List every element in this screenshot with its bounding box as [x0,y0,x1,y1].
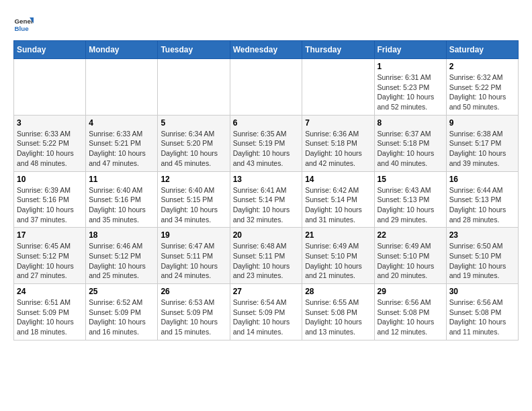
calendar-cell: 22Sunrise: 6:49 AM Sunset: 5:10 PM Dayli… [374,228,446,284]
day-number: 25 [89,287,154,296]
week-row-2: 10Sunrise: 6:39 AM Sunset: 5:16 PM Dayli… [14,171,519,228]
day-info: Sunrise: 6:54 AM Sunset: 5:09 PM Dayligh… [233,298,300,337]
page-header: General Blue [13,13,519,34]
day-info: Sunrise: 6:41 AM Sunset: 5:14 PM Dayligh… [233,185,300,225]
header-monday: Monday [86,41,158,59]
day-number: 8 [378,118,443,128]
calendar-cell: 14Sunrise: 6:42 AM Sunset: 5:14 PM Dayli… [302,171,374,228]
day-info: Sunrise: 6:56 AM Sunset: 5:08 PM Dayligh… [378,298,443,337]
day-info: Sunrise: 6:51 AM Sunset: 5:09 PM Dayligh… [17,298,83,337]
calendar-cell: 8Sunrise: 6:37 AM Sunset: 5:18 PM Daylig… [374,115,446,171]
day-number: 30 [449,287,515,296]
day-info: Sunrise: 6:52 AM Sunset: 5:09 PM Dayligh… [89,298,154,337]
day-number: 27 [233,287,300,296]
calendar-cell: 4Sunrise: 6:33 AM Sunset: 5:21 PM Daylig… [86,115,158,171]
calendar-cell: 18Sunrise: 6:46 AM Sunset: 5:12 PM Dayli… [86,228,158,284]
day-number: 20 [233,230,300,240]
header-friday: Friday [374,41,446,59]
calendar-cell: 17Sunrise: 6:45 AM Sunset: 5:12 PM Dayli… [14,228,86,284]
day-info: Sunrise: 6:35 AM Sunset: 5:19 PM Dayligh… [233,129,300,169]
calendar-cell: 12Sunrise: 6:40 AM Sunset: 5:15 PM Dayli… [158,171,230,228]
calendar-cell: 20Sunrise: 6:48 AM Sunset: 5:11 PM Dayli… [230,228,302,284]
day-number: 1 [378,62,443,71]
calendar-cell [230,59,302,116]
day-number: 10 [17,175,83,184]
day-info: Sunrise: 6:40 AM Sunset: 5:15 PM Dayligh… [161,185,226,225]
day-info: Sunrise: 6:44 AM Sunset: 5:13 PM Dayligh… [449,185,515,225]
calendar-cell: 5Sunrise: 6:34 AM Sunset: 5:20 PM Daylig… [158,115,230,171]
day-info: Sunrise: 6:43 AM Sunset: 5:13 PM Dayligh… [378,185,443,225]
week-row-4: 24Sunrise: 6:51 AM Sunset: 5:09 PM Dayli… [14,284,519,340]
day-number: 5 [161,118,226,128]
day-number: 18 [89,230,154,240]
calendar-header-row: SundayMondayTuesdayWednesdayThursdayFrid… [14,41,519,59]
day-info: Sunrise: 6:36 AM Sunset: 5:18 PM Dayligh… [305,129,371,169]
day-info: Sunrise: 6:37 AM Sunset: 5:18 PM Dayligh… [378,129,443,169]
day-number: 4 [89,118,154,128]
calendar-cell: 6Sunrise: 6:35 AM Sunset: 5:19 PM Daylig… [230,115,302,171]
calendar-cell [14,59,86,116]
day-number: 19 [161,230,226,240]
day-number: 3 [17,118,83,128]
calendar-cell [302,59,374,116]
day-info: Sunrise: 6:32 AM Sunset: 5:22 PM Dayligh… [449,73,515,112]
calendar-cell: 16Sunrise: 6:44 AM Sunset: 5:13 PM Dayli… [446,171,518,228]
day-info: Sunrise: 6:33 AM Sunset: 5:21 PM Dayligh… [89,129,154,169]
day-info: Sunrise: 6:45 AM Sunset: 5:12 PM Dayligh… [17,241,83,281]
day-info: Sunrise: 6:55 AM Sunset: 5:08 PM Dayligh… [305,298,371,337]
day-number: 21 [305,230,371,240]
calendar-cell: 7Sunrise: 6:36 AM Sunset: 5:18 PM Daylig… [302,115,374,171]
calendar-cell: 19Sunrise: 6:47 AM Sunset: 5:11 PM Dayli… [158,228,230,284]
calendar-cell: 3Sunrise: 6:33 AM Sunset: 5:22 PM Daylig… [14,115,86,171]
calendar-cell: 30Sunrise: 6:56 AM Sunset: 5:08 PM Dayli… [446,284,518,340]
day-number: 14 [305,175,371,184]
day-number: 16 [449,175,515,184]
calendar-cell: 24Sunrise: 6:51 AM Sunset: 5:09 PM Dayli… [14,284,86,340]
day-info: Sunrise: 6:40 AM Sunset: 5:16 PM Dayligh… [89,185,154,225]
day-info: Sunrise: 6:56 AM Sunset: 5:08 PM Dayligh… [449,298,515,337]
header-saturday: Saturday [446,41,518,59]
calendar-cell: 11Sunrise: 6:40 AM Sunset: 5:16 PM Dayli… [86,171,158,228]
calendar-cell: 25Sunrise: 6:52 AM Sunset: 5:09 PM Dayli… [86,284,158,340]
calendar-cell [158,59,230,116]
calendar-cell: 27Sunrise: 6:54 AM Sunset: 5:09 PM Dayli… [230,284,302,340]
day-info: Sunrise: 6:33 AM Sunset: 5:22 PM Dayligh… [17,129,83,169]
day-number: 7 [305,118,371,128]
day-info: Sunrise: 6:48 AM Sunset: 5:11 PM Dayligh… [233,241,300,281]
week-row-1: 3Sunrise: 6:33 AM Sunset: 5:22 PM Daylig… [14,115,519,171]
calendar-cell: 13Sunrise: 6:41 AM Sunset: 5:14 PM Dayli… [230,171,302,228]
day-info: Sunrise: 6:49 AM Sunset: 5:10 PM Dayligh… [378,241,443,281]
day-number: 11 [89,175,154,184]
calendar-cell: 29Sunrise: 6:56 AM Sunset: 5:08 PM Dayli… [374,284,446,340]
day-info: Sunrise: 6:42 AM Sunset: 5:14 PM Dayligh… [305,185,371,225]
calendar-cell [86,59,158,116]
day-number: 28 [305,287,371,296]
day-number: 2 [449,62,515,71]
day-number: 15 [378,175,443,184]
day-number: 29 [378,287,443,296]
svg-text:Blue: Blue [15,25,30,32]
logo: General Blue [13,13,34,34]
day-number: 13 [233,175,300,184]
day-info: Sunrise: 6:46 AM Sunset: 5:12 PM Dayligh… [89,241,154,281]
day-number: 6 [233,118,300,128]
day-info: Sunrise: 6:49 AM Sunset: 5:10 PM Dayligh… [305,241,371,281]
calendar-cell: 2Sunrise: 6:32 AM Sunset: 5:22 PM Daylig… [446,59,518,116]
day-number: 24 [17,287,83,296]
header-tuesday: Tuesday [158,41,230,59]
calendar-cell: 15Sunrise: 6:43 AM Sunset: 5:13 PM Dayli… [374,171,446,228]
day-number: 17 [17,230,83,240]
header-thursday: Thursday [302,41,374,59]
header-sunday: Sunday [14,41,86,59]
day-number: 23 [449,230,515,240]
day-number: 26 [161,287,226,296]
calendar-cell: 9Sunrise: 6:38 AM Sunset: 5:17 PM Daylig… [446,115,518,171]
day-info: Sunrise: 6:50 AM Sunset: 5:10 PM Dayligh… [449,241,515,281]
day-number: 9 [449,118,515,128]
day-number: 22 [378,230,443,240]
week-row-3: 17Sunrise: 6:45 AM Sunset: 5:12 PM Dayli… [14,228,519,284]
calendar-cell: 1Sunrise: 6:31 AM Sunset: 5:23 PM Daylig… [374,59,446,116]
calendar-table: SundayMondayTuesdayWednesdayThursdayFrid… [13,40,519,340]
logo-icon: General Blue [13,13,34,34]
day-info: Sunrise: 6:47 AM Sunset: 5:11 PM Dayligh… [161,241,226,281]
